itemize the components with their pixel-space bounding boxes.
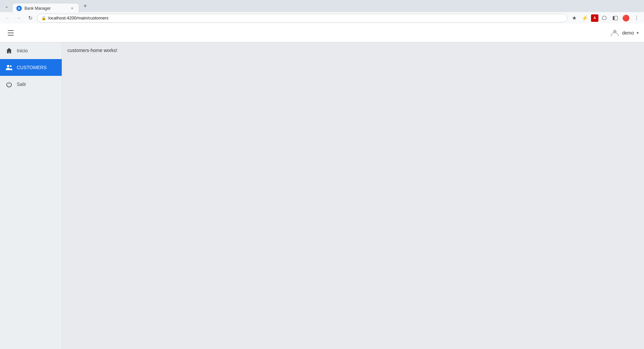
extensions-button[interactable]: [600, 13, 609, 23]
hamburger-line-1: [8, 30, 14, 31]
lock-icon: 🔒: [41, 16, 46, 20]
app-container: demo ▾ Inicio: [0, 23, 644, 349]
sidebar-item-customers-label: CUSTOMERS: [17, 65, 47, 70]
home-icon: [5, 48, 13, 54]
sidebar-nav: Inicio CUSTOMERS: [0, 42, 62, 93]
tab-favicon: B: [16, 6, 22, 11]
tab-close-button[interactable]: ×: [69, 6, 75, 11]
user-dropdown-arrow: ▾: [637, 31, 639, 35]
app-topbar: demo ▾: [0, 23, 644, 42]
menu-button[interactable]: ⋮: [632, 13, 641, 23]
browser-toolbar: ← → ↻ 🔒 localhost:4200/main/customers ★ …: [0, 12, 644, 24]
profile-button[interactable]: 🔴: [621, 13, 631, 23]
user-area[interactable]: demo ▾: [610, 28, 639, 38]
main-content: customers-home works!: [62, 42, 644, 349]
lightning-button[interactable]: ⚡: [580, 13, 590, 23]
sidebar-item-salir[interactable]: Salir: [0, 76, 62, 93]
browser-chrome: ⌄ B Bank Manager × + ← → ↻ 🔒 localhost:4…: [0, 0, 644, 23]
sidebar-item-salir-label: Salir: [17, 82, 26, 87]
reload-button[interactable]: ↻: [25, 13, 35, 23]
new-tab-button[interactable]: +: [80, 1, 90, 11]
address-bar[interactable]: 🔒 localhost:4200/main/customers: [37, 14, 568, 22]
sidebar-button[interactable]: [610, 13, 620, 23]
user-avatar-icon: [610, 28, 620, 38]
svg-rect-1: [614, 16, 618, 20]
sidebar-item-inicio-label: Inicio: [17, 48, 28, 53]
power-icon: [5, 81, 13, 87]
tab-bar: ⌄ B Bank Manager × +: [0, 0, 644, 12]
hamburger-button[interactable]: [5, 28, 16, 38]
active-tab[interactable]: B Bank Manager ×: [12, 3, 79, 13]
user-name-label: demo: [622, 30, 634, 36]
hamburger-line-3: [8, 35, 14, 36]
people-icon: [5, 64, 13, 70]
sidebar-item-inicio[interactable]: Inicio: [0, 42, 62, 59]
acrobat-extension-button[interactable]: A: [591, 14, 598, 22]
toolbar-actions: ★ ⚡ A 🔴 ⋮: [570, 13, 641, 23]
forward-button[interactable]: →: [14, 13, 23, 23]
hamburger-line-2: [8, 33, 14, 33]
svg-rect-0: [613, 16, 614, 20]
url-text: localhost:4200/main/customers: [48, 15, 563, 20]
customers-home-text: customers-home works!: [67, 48, 639, 53]
tab-title: Bank Manager: [24, 6, 67, 11]
back-button[interactable]: ←: [3, 13, 12, 23]
tab-list-button[interactable]: ⌄: [3, 2, 11, 10]
svg-point-3: [7, 65, 9, 67]
bookmark-button[interactable]: ★: [570, 13, 579, 23]
sidebar: Inicio CUSTOMERS: [0, 23, 62, 349]
sidebar-item-customers[interactable]: CUSTOMERS: [0, 59, 62, 76]
svg-point-4: [10, 65, 12, 67]
